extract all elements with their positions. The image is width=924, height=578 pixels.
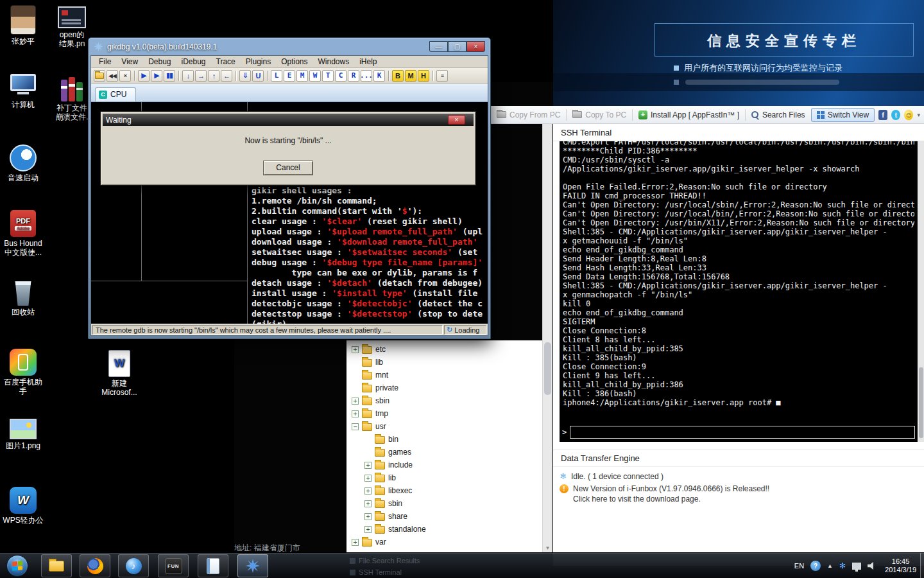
run-button[interactable]: ▶	[138, 70, 150, 82]
tree-item-libexec[interactable]: +libexec	[346, 484, 542, 497]
windows-window-button[interactable]: W	[309, 70, 321, 82]
dte-download-link[interactable]: Click here to visit the download page.	[573, 495, 701, 504]
close-button[interactable]: ×	[466, 41, 485, 52]
language-indicator[interactable]: EN	[794, 562, 804, 570]
menu-file[interactable]: File	[94, 57, 116, 67]
menu-ihelp[interactable]: iHelp	[354, 57, 382, 67]
run-to-return-button[interactable]: ←	[221, 70, 232, 82]
step-into-button[interactable]: ↓	[182, 70, 194, 82]
taskbar-item-notepad[interactable]	[198, 554, 228, 577]
tree-item-lib[interactable]: +lib	[346, 356, 542, 369]
expand-icon[interactable]: +	[352, 346, 359, 353]
cpu-window-button[interactable]: C	[335, 70, 346, 82]
taskbar-item-itunes[interactable]: ♪	[118, 554, 149, 577]
install-app-button[interactable]: + Install App [ AppFastIn™ ]	[637, 109, 741, 121]
executables-window-button[interactable]: E	[284, 70, 295, 82]
tree-item-bin[interactable]: +bin	[346, 433, 542, 446]
scrollbar-thumb[interactable]	[544, 342, 551, 395]
hidden-icons-chevron[interactable]: ▲	[827, 563, 833, 569]
unassemble-button[interactable]: U	[252, 70, 264, 82]
desktop-icon-baidu-assistant[interactable]: 百度手机助 手	[0, 349, 46, 396]
search-files-button[interactable]: Search Files	[749, 109, 807, 121]
expand-icon[interactable]: +	[364, 462, 372, 469]
collapse-icon[interactable]: −	[352, 423, 359, 430]
switch-view-button[interactable]: Switch View	[811, 108, 875, 122]
step-over-button[interactable]: →	[195, 70, 207, 82]
tree-item-include[interactable]: +include	[346, 459, 542, 471]
threads-window-button[interactable]: T	[322, 70, 334, 82]
ssh-terminal[interactable]: CMD:export PATH=/usr/local/sbin:/usr/loc…	[560, 141, 918, 442]
tree-scrollbar[interactable]: ▲ ▼	[542, 106, 552, 552]
gikdbg-titlebar[interactable]: gikdbg v1.0(beta).build140319.1 — ▢ ×	[90, 38, 488, 55]
open-file-button[interactable]	[94, 70, 105, 82]
menu-windows[interactable]: Windows	[313, 57, 355, 67]
goto-button[interactable]: ⇓	[239, 70, 251, 82]
maximize-button[interactable]: ▢	[448, 41, 466, 52]
desktop-icon-bushound[interactable]: PDFAdobe Bus Hound 中文版使...	[0, 210, 46, 257]
references-window-button[interactable]: R	[348, 70, 359, 82]
waiting-dialog-titlebar[interactable]: Waiting ×	[103, 114, 474, 126]
tray-app-icon[interactable]: ✻	[839, 561, 846, 570]
call-stack-window-button[interactable]: K	[373, 70, 385, 82]
network-icon[interactable]	[852, 563, 861, 570]
twitter-icon[interactable]: t	[891, 110, 900, 120]
taskbar-item-explorer[interactable]	[41, 554, 72, 577]
tree-item-sbin[interactable]: +sbin	[346, 497, 542, 510]
memory-window-button[interactable]: M	[296, 70, 308, 82]
dialog-close-button[interactable]: ×	[448, 115, 465, 125]
desktop-icon-user[interactable]: 张妙平	[0, 5, 46, 46]
tree-item-usr[interactable]: −usr	[346, 420, 542, 433]
restart-button[interactable]: ◀◀	[107, 70, 118, 82]
expand-icon[interactable]: +	[364, 526, 372, 533]
menu-options[interactable]: Options	[276, 57, 312, 67]
tree-item-var[interactable]: +var	[346, 536, 542, 548]
desktop-icon-vstart[interactable]: 音速启动	[0, 144, 46, 182]
start-button[interactable]	[6, 555, 28, 577]
desktop-icon-computer[interactable]: 计算机	[0, 74, 46, 109]
minimize-button[interactable]: —	[429, 41, 448, 52]
handles-button[interactable]: H	[418, 70, 429, 82]
step-out-button[interactable]: ↑	[208, 70, 219, 82]
resume-button[interactable]: ▶	[151, 70, 162, 82]
breakpoints-button[interactable]: B	[392, 70, 404, 82]
help-icon[interactable]: ?	[810, 561, 821, 571]
log-window-button[interactable]: L	[271, 70, 282, 82]
pause-button[interactable]: ▮▮	[164, 70, 175, 82]
tree-item-etc[interactable]: +etc	[346, 343, 542, 356]
facebook-icon[interactable]: f	[878, 110, 887, 120]
copy-from-pc-button[interactable]: Copy From PC	[495, 109, 562, 121]
pane-divider[interactable]	[91, 281, 247, 281]
menu-view[interactable]: View	[116, 57, 143, 67]
smiley-icon[interactable]: ☺	[904, 110, 913, 120]
desktop-icon-picture[interactable]: 图片1.png	[0, 419, 46, 450]
desktop-icon-wps[interactable]: W WPS轻办公	[0, 487, 46, 525]
tree-item-standalone[interactable]: +standalone	[346, 523, 542, 536]
show-desktop-button[interactable]	[920, 553, 924, 578]
expand-icon[interactable]: +	[364, 500, 372, 507]
gikdbg-window[interactable]: gikdbg v1.0(beta).build140319.1 — ▢ × Fi…	[88, 37, 491, 339]
clock[interactable]: 16:45 2014/3/19	[885, 557, 916, 574]
taskbar-item-gikdbg[interactable]	[237, 554, 268, 577]
tree-item-share[interactable]: +share	[346, 510, 542, 523]
expand-icon[interactable]: +	[352, 410, 359, 417]
tree-item-private[interactable]: +private	[346, 381, 542, 394]
volume-icon[interactable]	[868, 562, 876, 570]
desktop-icon-word-doc[interactable]: W 新建 Microsof...	[96, 350, 142, 397]
tree-item-sbin[interactable]: +sbin	[346, 394, 542, 407]
taskbar-item-firefox[interactable]	[80, 554, 110, 577]
menu-plugins[interactable]: Plugins	[241, 57, 276, 67]
tree-item-games[interactable]: +games	[346, 446, 542, 459]
terminal-scrollbar[interactable]	[918, 141, 924, 442]
copy-to-pc-button[interactable]: Copy To PC	[570, 109, 628, 121]
expand-icon[interactable]: +	[352, 539, 359, 546]
list-button[interactable]: ≡	[436, 70, 448, 82]
menu-debug[interactable]: Debug	[143, 57, 176, 67]
menu-trace[interactable]: Trace	[211, 57, 241, 67]
close-process-button[interactable]: ×	[119, 70, 131, 82]
terminal-command-input[interactable]	[570, 426, 915, 439]
tree-item-tmp[interactable]: +tmp	[346, 407, 542, 420]
scrollbar-thumb[interactable]	[919, 367, 923, 438]
expand-icon[interactable]: +	[364, 513, 372, 520]
tree-item-lib[interactable]: +lib	[346, 471, 542, 484]
cancel-button[interactable]: Cancel	[263, 161, 313, 175]
